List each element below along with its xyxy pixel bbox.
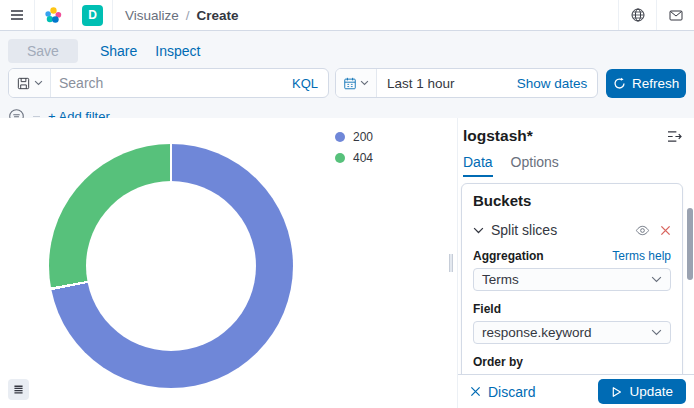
breadcrumb-visualize[interactable]: Visualize bbox=[125, 8, 179, 23]
refresh-icon bbox=[613, 77, 626, 90]
breadcrumb-create: Create bbox=[197, 8, 239, 23]
close-icon bbox=[470, 386, 481, 397]
field-field-group: Field response.keyword bbox=[473, 302, 671, 344]
breadcrumb-separator: / bbox=[186, 8, 190, 23]
save-button[interactable]: Save bbox=[8, 39, 78, 63]
menu-right-icon bbox=[667, 130, 682, 143]
save-query-icon bbox=[16, 76, 31, 91]
refresh-button[interactable]: Refresh bbox=[606, 69, 686, 98]
top-chrome-bar: D Visualize / Create bbox=[0, 0, 694, 31]
aggregation-value: Terms bbox=[482, 272, 519, 287]
index-pattern-title: logstash* bbox=[463, 127, 533, 145]
legend-dot bbox=[335, 132, 345, 142]
menu-button[interactable] bbox=[0, 0, 35, 30]
toggle-visibility-button[interactable] bbox=[635, 224, 650, 237]
quick-select-menu-button[interactable] bbox=[336, 69, 377, 97]
filter-bar-divider bbox=[33, 116, 40, 117]
space-badge: D bbox=[82, 5, 103, 26]
help-menu-button[interactable] bbox=[618, 0, 656, 30]
field-label: Field bbox=[473, 302, 501, 316]
globe-icon bbox=[630, 7, 646, 23]
chevron-down-icon bbox=[651, 329, 662, 336]
legend-dot bbox=[335, 153, 345, 163]
buckets-title: Buckets bbox=[473, 192, 671, 209]
time-range-value[interactable]: Last 1 hour bbox=[377, 76, 517, 91]
visualization-editor-panel: logstash* Data Options Buckets Split sli… bbox=[457, 118, 694, 408]
close-icon bbox=[660, 225, 671, 236]
legend-item-404[interactable]: 404 bbox=[335, 151, 373, 165]
update-button[interactable]: Update bbox=[598, 379, 686, 404]
saved-query-menu-button[interactable] bbox=[9, 69, 51, 97]
aggregation-select[interactable]: Terms bbox=[473, 268, 671, 291]
chart-legend: 200 404 bbox=[335, 130, 373, 172]
breadcrumb: Visualize / Create bbox=[113, 8, 618, 23]
editor-footer: Discard Update bbox=[458, 374, 694, 408]
discard-label: Discard bbox=[488, 384, 535, 400]
discard-button[interactable]: Discard bbox=[470, 384, 535, 400]
elastic-logo[interactable] bbox=[35, 0, 73, 30]
legend-label: 200 bbox=[353, 130, 373, 144]
calendar-icon bbox=[343, 76, 357, 91]
update-label: Update bbox=[629, 384, 673, 399]
aggregation-field-group: Aggregation Terms help Terms bbox=[473, 249, 671, 291]
play-icon bbox=[611, 386, 622, 398]
aggregation-label: Aggregation bbox=[473, 249, 544, 263]
elastic-logo-icon bbox=[44, 6, 63, 25]
toolbar-band: Save Share Inspect KQL bbox=[0, 31, 694, 118]
remove-bucket-button[interactable] bbox=[660, 225, 671, 236]
legend-toggle-button[interactable] bbox=[8, 379, 29, 400]
search-input[interactable] bbox=[51, 75, 292, 91]
legend-label: 404 bbox=[353, 151, 373, 165]
split-slices-label: Split slices bbox=[491, 222, 557, 238]
query-bar: KQL bbox=[8, 68, 329, 98]
order-by-label: Order by bbox=[473, 355, 523, 369]
field-select[interactable]: response.keyword bbox=[473, 321, 671, 344]
visualization-area: 200 404 bbox=[0, 118, 444, 408]
chevron-down-icon bbox=[360, 80, 369, 86]
list-icon bbox=[12, 383, 25, 396]
legend-item-200[interactable]: 200 bbox=[335, 130, 373, 144]
eye-icon bbox=[635, 224, 650, 237]
envelope-icon bbox=[668, 7, 684, 23]
collapse-panel-button[interactable] bbox=[665, 128, 684, 145]
refresh-label: Refresh bbox=[632, 76, 679, 91]
terms-help-link[interactable]: Terms help bbox=[612, 249, 671, 263]
panel-resize-handle[interactable] bbox=[444, 118, 457, 408]
split-slices-accordion[interactable]: Split slices bbox=[473, 222, 671, 238]
query-language-button[interactable]: KQL bbox=[292, 76, 328, 91]
grab-handle-icon bbox=[449, 254, 453, 272]
chevron-down-icon bbox=[651, 276, 662, 283]
inspect-button[interactable]: Inspect bbox=[155, 43, 200, 59]
panel-scrollbar[interactable] bbox=[687, 208, 693, 280]
tab-data[interactable]: Data bbox=[463, 154, 493, 177]
donut-chart[interactable] bbox=[49, 144, 293, 388]
editor-tabs: Data Options bbox=[458, 145, 694, 177]
share-button[interactable]: Share bbox=[100, 43, 137, 59]
newsfeed-button[interactable] bbox=[656, 0, 694, 30]
space-selector[interactable]: D bbox=[73, 0, 113, 30]
tab-options[interactable]: Options bbox=[511, 154, 559, 177]
field-value: response.keyword bbox=[482, 325, 592, 340]
date-picker: Last 1 hour Show dates bbox=[335, 68, 598, 98]
hamburger-icon bbox=[9, 7, 25, 23]
chevron-down-icon bbox=[473, 227, 484, 234]
show-dates-button[interactable]: Show dates bbox=[517, 76, 598, 91]
chevron-down-icon bbox=[34, 80, 43, 86]
